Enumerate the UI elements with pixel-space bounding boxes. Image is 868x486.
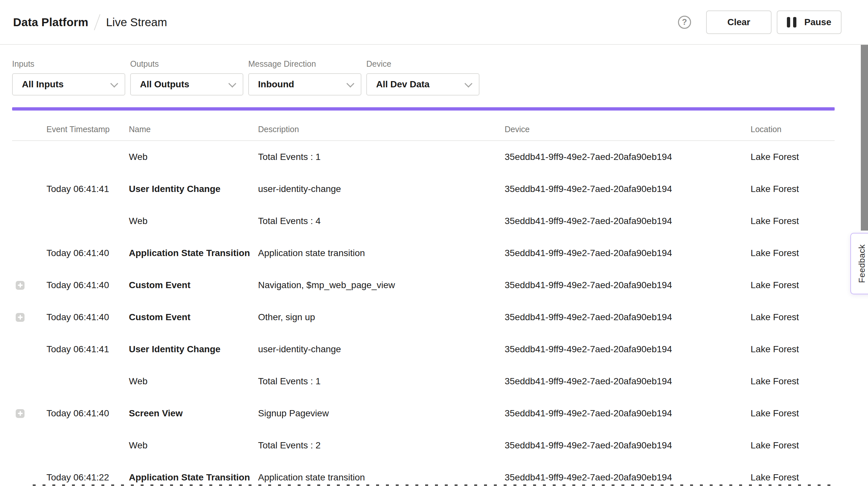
event-description-cell: Total Events : 4 (258, 216, 505, 226)
table-row[interactable]: Web Total Events : 4 35eddb41-9ff9-49e2-… (0, 205, 835, 237)
column-header-name: Name (129, 125, 258, 134)
next-row-clipped (33, 484, 834, 486)
outputs-select-value: All Outputs (140, 79, 189, 90)
column-header-location: Location (751, 125, 835, 134)
live-stream-progress-bar (12, 107, 835, 111)
event-timestamp-cell: Today 06:41:41 (46, 184, 129, 194)
column-header-event-timestamp: Event Timestamp (46, 125, 129, 134)
event-name-cell: Custom Event (129, 280, 258, 291)
table-row[interactable]: Today 06:41:40 Custom Event Other, sign … (0, 301, 835, 333)
help-icon[interactable]: ? (678, 16, 691, 29)
event-name-cell: Web (129, 152, 258, 162)
chevron-down-icon (228, 80, 236, 87)
event-timestamp-cell: Today 06:41:41 (46, 344, 129, 355)
event-name-cell: Custom Event (129, 312, 258, 323)
event-timestamp-cell: Today 06:41:22 (46, 472, 129, 483)
device-select-value: All Dev Data (376, 79, 429, 90)
filter-bar: Inputs All Inputs Outputs All Outputs Me… (12, 59, 479, 95)
event-device-cell: 35eddb41-9ff9-49e2-7aed-20afa90eb194 (505, 152, 751, 162)
filter-inputs: Inputs All Inputs (12, 59, 125, 95)
event-description-cell: Total Events : 1 (258, 376, 505, 387)
event-device-cell: 35eddb41-9ff9-49e2-7aed-20afa90eb194 (505, 376, 751, 387)
event-location-cell: Lake Forest (751, 216, 835, 226)
header-actions: ? Clear Pause (678, 10, 841, 34)
feedback-tab-label: Feedback (857, 244, 867, 283)
inputs-select-value: All Inputs (22, 79, 64, 90)
outputs-select[interactable]: All Outputs (130, 73, 243, 95)
breadcrumb-section[interactable]: Data Platform (13, 16, 88, 29)
event-location-cell: Lake Forest (751, 408, 835, 419)
event-description-cell: Application state transition (258, 472, 505, 483)
event-description-cell: user-identity-change (258, 184, 505, 194)
filter-outputs: Outputs All Outputs (130, 59, 243, 95)
event-name-cell: Web (129, 440, 258, 451)
event-location-cell: Lake Forest (751, 248, 835, 259)
column-header-description: Description (258, 125, 505, 134)
table-row[interactable]: Today 06:41:40 Screen View Signup Pagevi… (0, 397, 835, 429)
event-timestamp-cell: Today 06:41:40 (46, 408, 129, 419)
table-row[interactable]: Web Total Events : 2 35eddb41-9ff9-49e2-… (0, 429, 835, 461)
event-description-cell: Other, sign up (258, 312, 505, 323)
event-name-cell: User Identity Change (129, 184, 258, 194)
table-row[interactable]: Web Total Events : 1 35eddb41-9ff9-49e2-… (0, 365, 835, 397)
event-device-cell: 35eddb41-9ff9-49e2-7aed-20afa90eb194 (505, 472, 751, 483)
event-location-cell: Lake Forest (751, 344, 835, 355)
feedback-tab[interactable]: Feedback (850, 233, 868, 294)
event-timestamp-cell: Today 06:41:40 (46, 280, 129, 291)
table-row[interactable]: Today 06:41:40 Custom Event Navigation, … (0, 269, 835, 301)
message-direction-select-value: Inbound (258, 79, 294, 90)
filter-message-direction: Message Direction Inbound (248, 59, 362, 95)
filter-device: Device All Dev Data (366, 59, 479, 95)
event-location-cell: Lake Forest (751, 440, 835, 451)
inputs-select[interactable]: All Inputs (12, 73, 125, 95)
event-device-cell: 35eddb41-9ff9-49e2-7aed-20afa90eb194 (505, 184, 751, 194)
event-device-cell: 35eddb41-9ff9-49e2-7aed-20afa90eb194 (505, 280, 751, 291)
filter-message-direction-label: Message Direction (248, 59, 362, 69)
filter-outputs-label: Outputs (130, 59, 243, 69)
vertical-scrollbar-thumb[interactable] (861, 45, 868, 231)
message-direction-select[interactable]: Inbound (248, 73, 362, 95)
table-row[interactable]: Today 06:41:40 Application State Transit… (0, 237, 835, 269)
event-device-cell: 35eddb41-9ff9-49e2-7aed-20afa90eb194 (505, 344, 751, 355)
event-description-cell: Application state transition (258, 248, 505, 259)
event-location-cell: Lake Forest (751, 184, 835, 194)
event-name-cell: Application State Transition (129, 472, 258, 483)
event-description-cell: Signup Pageview (258, 408, 505, 419)
table-row[interactable]: Today 06:41:41 User Identity Change user… (0, 333, 835, 365)
event-location-cell: Lake Forest (751, 280, 835, 291)
table-row[interactable]: Today 06:41:22 Application State Transit… (0, 461, 835, 486)
expand-row-button[interactable] (16, 281, 25, 290)
table-header-row: Event Timestamp Name Description Device … (0, 118, 835, 141)
pause-button[interactable]: Pause (777, 10, 841, 34)
top-header: Data Platform Live Stream ? Clear Pause (0, 0, 868, 45)
event-device-cell: 35eddb41-9ff9-49e2-7aed-20afa90eb194 (505, 312, 751, 323)
filter-inputs-label: Inputs (12, 59, 125, 69)
event-device-cell: 35eddb41-9ff9-49e2-7aed-20afa90eb194 (505, 216, 751, 226)
event-name-cell: Application State Transition (129, 248, 258, 259)
table-row[interactable]: Web Total Events : 1 35eddb41-9ff9-49e2-… (0, 141, 835, 173)
page-title: Live Stream (106, 16, 167, 29)
column-header-device: Device (505, 125, 751, 134)
live-stream-page: Data Platform Live Stream ? Clear Pause … (0, 0, 868, 486)
event-device-cell: 35eddb41-9ff9-49e2-7aed-20afa90eb194 (505, 440, 751, 451)
table-row[interactable]: Today 06:41:41 User Identity Change user… (0, 173, 835, 205)
clear-button[interactable]: Clear (706, 10, 772, 34)
event-device-cell: 35eddb41-9ff9-49e2-7aed-20afa90eb194 (505, 408, 751, 419)
event-location-cell: Lake Forest (751, 472, 835, 483)
event-location-cell: Lake Forest (751, 376, 835, 387)
chevron-down-icon (110, 80, 118, 87)
event-name-cell: User Identity Change (129, 344, 258, 355)
event-name-cell: Web (129, 376, 258, 387)
event-name-cell: Screen View (129, 408, 258, 419)
chevron-down-icon (464, 80, 472, 87)
device-select[interactable]: All Dev Data (366, 73, 479, 95)
event-timestamp-cell: Today 06:41:40 (46, 312, 129, 323)
event-location-cell: Lake Forest (751, 312, 835, 323)
breadcrumb-separator-icon (94, 14, 100, 30)
expand-row-button[interactable] (16, 409, 25, 418)
expand-row-button[interactable] (16, 313, 25, 322)
breadcrumb: Data Platform Live Stream (13, 14, 167, 31)
event-description-cell: Total Events : 2 (258, 440, 505, 451)
chevron-down-icon (346, 80, 354, 87)
pause-button-label: Pause (804, 17, 831, 28)
